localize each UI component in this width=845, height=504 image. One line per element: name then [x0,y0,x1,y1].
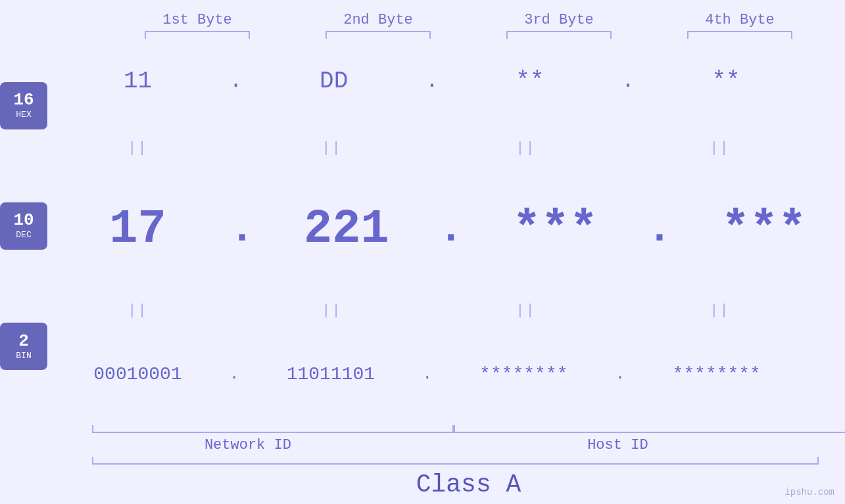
id-labels: Network ID Host ID [92,433,832,457]
eq2-cell2: || [241,302,422,319]
bin-cell4: ******** [626,364,807,384]
byte3-header: 3rd Byte [469,12,650,28]
equals-row2: || || || || [47,300,845,320]
bin-value1: 00010001 [47,364,228,384]
eq2-sign3: || [516,302,535,319]
bracket4-line [687,31,792,39]
eq2-sign4: || [710,302,729,319]
bin-value4: ******** [626,364,807,384]
byte4-header: 4th Byte [650,12,831,28]
eq1-sign3: || [516,140,535,156]
hex-badge: 16 HEX [0,82,47,129]
dec-value2: 221 [256,202,437,256]
bracket2 [288,31,469,39]
badges-column: 16 HEX 10 DEC 2 BIN [0,39,47,413]
eq2-sign2: || [322,302,341,319]
bracket1-line [145,31,250,39]
network-bracket [92,425,454,433]
eq2-cell3: || [435,302,616,319]
hex-cell3: ** [439,68,620,95]
bin-badge: 2 BIN [0,323,47,370]
bracket3-line [506,31,612,39]
dec-cell2: 221 [256,202,437,256]
hex-cell1: 11 [47,68,228,95]
bracket3 [469,31,650,39]
hex-value1: 11 [47,68,228,95]
eq1-sign4: || [710,140,729,156]
eq2-cell4: || [629,302,810,319]
eq1-cell4: || [629,140,810,156]
eq1-cell3: || [435,140,616,156]
watermark: ipshu.com [785,487,834,497]
bin-value3: ******** [433,364,614,384]
eq1-cell1: || [47,140,228,156]
dec-dot1: . [229,206,254,253]
hex-cell4: ** [636,68,817,95]
byte2-header: 2nd Byte [288,12,469,28]
hex-value3: ** [439,68,620,95]
overall-bracket-row [92,457,832,465]
byte1-header: 1st Byte [107,12,288,28]
bottom-section: Network ID Host ID [0,413,845,465]
eq2-cell1: || [47,302,228,319]
byte-headers: 1st Byte 2nd Byte 3rd Byte 4th Byte [0,12,845,28]
overall-bracket [92,457,819,465]
hex-dot2: . [425,69,438,93]
main-container: 1st Byte 2nd Byte 3rd Byte 4th Byte 16 H… [0,0,845,504]
eq1-cell2: || [241,140,422,156]
hex-dot3: . [621,69,634,93]
dec-value4: *** [673,202,845,256]
network-id-label: Network ID [92,437,404,453]
bracket2-line [326,31,431,39]
bracket4 [650,31,831,39]
hex-row: 11 . DD . ** . ** [47,68,845,95]
hex-cell2: DD [243,68,424,95]
dec-value3: *** [465,202,646,256]
dec-badge: 10 DEC [0,202,47,250]
hex-dot1: . [229,69,242,93]
hex-badge-number: 16 [13,91,34,108]
content-area: 16 HEX 10 DEC 2 BIN 11 . DD [0,39,845,413]
id-brackets [92,413,832,433]
rows-column: 11 . DD . ** . ** || || [47,39,845,413]
dec-badge-label: DEC [16,230,31,240]
dec-row: 17 . 221 . *** . *** [47,202,845,256]
eq1-sign1: || [128,140,147,156]
equals-row1: || || || || [47,139,845,158]
class-row: Class A [0,465,845,504]
dec-dot3: . [647,206,672,253]
bin-row: 00010001 . 11011101 . ******** . *******… [47,364,845,384]
dec-cell4: *** [673,202,845,256]
dec-value1: 17 [47,202,228,256]
bin-cell1: 00010001 [47,364,228,384]
bin-badge-label: BIN [16,351,31,361]
hex-badge-label: HEX [16,110,31,120]
dec-badge-number: 10 [13,212,34,229]
bin-cell3: ******** [433,364,614,384]
bin-dot3: . [616,365,625,383]
eq2-sign1: || [128,302,147,319]
eq1-sign2: || [322,140,341,156]
dec-cell1: 17 [47,202,228,256]
hex-value2: DD [243,68,424,95]
host-id-label: Host ID [404,437,832,453]
bin-badge-number: 2 [18,332,29,350]
bin-dot2: . [422,365,431,383]
hex-value4: ** [636,68,817,95]
host-bracket [454,425,845,433]
class-label: Class A [416,470,521,499]
dec-cell3: *** [465,202,646,256]
dec-dot2: . [438,206,463,253]
bracket1 [107,31,288,39]
header-brackets [0,31,845,39]
bin-cell2: 11011101 [240,364,421,384]
bin-dot1: . [229,365,239,383]
bin-value2: 11011101 [240,364,421,384]
